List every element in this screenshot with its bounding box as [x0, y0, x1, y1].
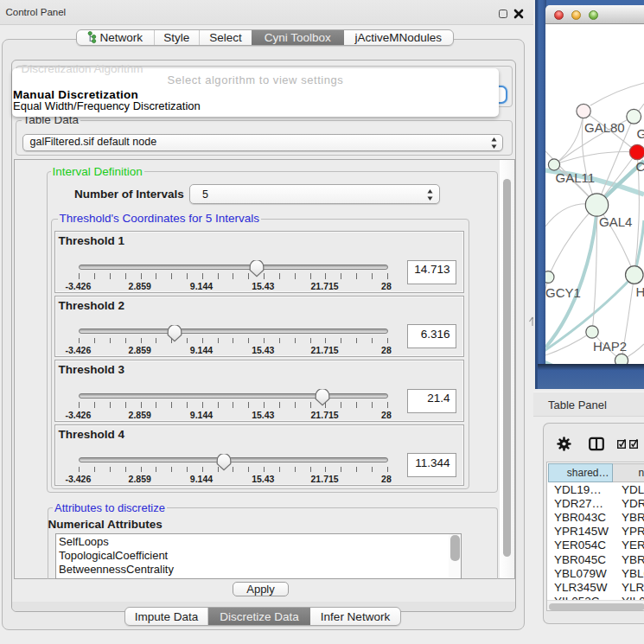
svg-text:GCY1: GCY1 [545, 285, 581, 300]
svg-text:HIS4: HIS4 [636, 284, 644, 299]
svg-text:GAL80: GAL80 [584, 120, 625, 135]
svg-text:HAP2: HAP2 [593, 339, 627, 354]
svg-text:GAL4: GAL4 [599, 214, 632, 229]
svg-text:GAL11: GAL11 [556, 170, 596, 185]
svg-text:CAF4: CAF4 [636, 159, 644, 174]
svg-text:GAL4: GAL4 [637, 126, 644, 141]
